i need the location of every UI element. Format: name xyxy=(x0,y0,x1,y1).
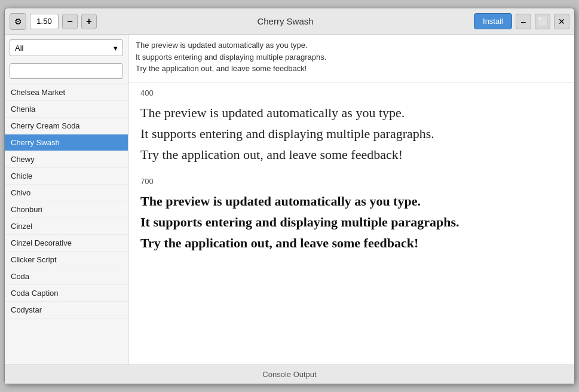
minimize-icon: – xyxy=(521,17,526,26)
font-list-item[interactable]: Clicker Script xyxy=(5,252,128,268)
weight-section: 700The preview is updated automatically … xyxy=(140,177,562,254)
restore-icon: ⬜ xyxy=(538,17,548,26)
gear-button[interactable]: ⚙ xyxy=(10,13,26,30)
search-wrapper: 🔍 xyxy=(10,60,123,79)
preview-line: The preview is updated automatically as … xyxy=(140,102,562,123)
titlebar-left: ⚙ − + xyxy=(10,13,97,30)
font-list-item[interactable]: Cherry Cream Soda xyxy=(5,118,128,134)
filter-selected: All xyxy=(15,44,23,53)
font-list-item[interactable]: Chonburi xyxy=(5,201,128,218)
filter-dropdown[interactable]: All ▾ xyxy=(10,39,123,56)
font-list-item[interactable]: Chicle xyxy=(5,168,128,185)
minimize-button[interactable]: – xyxy=(516,14,531,29)
preview-text-input[interactable] xyxy=(136,39,567,75)
preview-area: 400The preview is updated automatically … xyxy=(128,35,574,365)
console-label: Console Output xyxy=(262,370,316,379)
weight-label: 700 xyxy=(140,177,562,186)
preview-line: The preview is updated automatically as … xyxy=(140,191,562,212)
font-list-item[interactable]: Chewy xyxy=(5,151,128,168)
titlebar: ⚙ − + Cherry Swash Install – ⬜ ✕ xyxy=(5,8,574,35)
main-content: All ▾ 🔍 Chelsea MarketChenlaCherry Cream… xyxy=(5,35,574,365)
gear-icon: ⚙ xyxy=(14,17,22,26)
sidebar: All ▾ 🔍 Chelsea MarketChenlaCherry Cream… xyxy=(5,35,128,365)
window-title: Cherry Swash xyxy=(97,16,474,26)
font-list-item[interactable]: Cinzel Decorative xyxy=(5,235,128,252)
weight-section: 400The preview is updated automatically … xyxy=(140,88,562,166)
weight-label: 400 xyxy=(140,88,562,97)
zoom-decrease-button[interactable]: − xyxy=(62,14,78,29)
chevron-down-icon: ▾ xyxy=(114,44,118,53)
titlebar-right: Install – ⬜ ✕ xyxy=(474,13,569,29)
font-list-item[interactable]: Coda Caption xyxy=(5,285,128,302)
minus-icon: − xyxy=(67,16,72,27)
console-bar: Console Output xyxy=(5,365,574,384)
preview-text-container xyxy=(128,35,574,82)
preview-line: Try the application out, and leave some … xyxy=(140,232,562,253)
font-list-item[interactable]: Cinzel xyxy=(5,218,128,235)
font-list-item[interactable]: Coda xyxy=(5,268,128,285)
preview-content: 400The preview is updated automatically … xyxy=(128,82,574,365)
font-list: Chelsea MarketChenlaCherry Cream SodaChe… xyxy=(5,84,128,365)
install-button[interactable]: Install xyxy=(474,13,512,29)
font-list-item[interactable]: Chenla xyxy=(5,101,128,118)
preview-line: Try the application out, and leave some … xyxy=(140,144,562,165)
preview-line: It supports entering and displaying mult… xyxy=(140,212,562,232)
close-button[interactable]: ✕ xyxy=(554,14,569,29)
font-list-item[interactable]: Chivo xyxy=(5,185,128,201)
preview-line: It supports entering and displaying mult… xyxy=(140,123,562,144)
zoom-input[interactable] xyxy=(30,14,59,29)
search-input[interactable] xyxy=(10,63,123,79)
font-list-item[interactable]: Cherry Swash xyxy=(5,134,128,151)
sidebar-filter: All ▾ 🔍 xyxy=(5,35,128,84)
font-list-item[interactable]: Chelsea Market xyxy=(5,84,128,101)
zoom-increase-button[interactable]: + xyxy=(81,14,97,29)
close-icon: ✕ xyxy=(558,17,565,26)
font-list-item[interactable]: Codystar xyxy=(5,302,128,318)
plus-icon: + xyxy=(86,16,91,27)
restore-button[interactable]: ⬜ xyxy=(535,14,550,29)
main-window: ⚙ − + Cherry Swash Install – ⬜ ✕ xyxy=(4,8,575,384)
